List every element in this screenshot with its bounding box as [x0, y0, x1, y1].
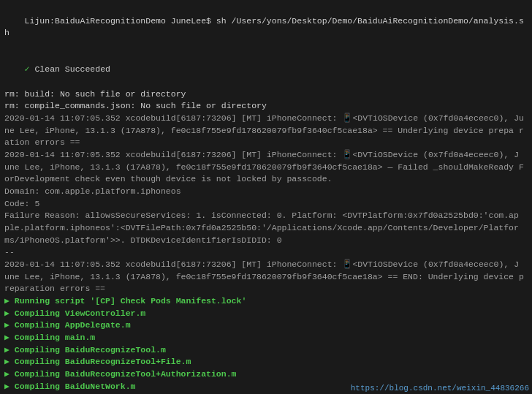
link-text: https://blog.csdn.net/weixin_44836266	[351, 384, 529, 393]
prompt-text: Lijun:BaiduAiRecognitionDemo JuneLee$ sh…	[4, 16, 524, 38]
separator-line: --	[4, 246, 528, 259]
rm-build-line: rm: build: No such file or directory	[4, 88, 528, 101]
clean-line: ✓ Clean Succeeded	[4, 52, 528, 88]
compile-main-line: ▶ Compiling main.m	[4, 332, 528, 344]
compile-baidutool-auth-line: ▶ Compiling BaiduRecognizeTool+Authoriza…	[4, 368, 528, 381]
prompt-line: Lijun:BaiduAiRecognitionDemo JuneLee$ sh…	[4, 3, 528, 52]
log-line-3: 2020-01-14 11:07:05.352 xcodebuild[6187:…	[4, 259, 528, 295]
log-line-1: 2020-01-14 11:07:05.352 xcodebuild[6187:…	[4, 113, 528, 149]
rm-compile-line: rm: compile_commands.json: No such file …	[4, 100, 528, 113]
compile-baidutool-line: ▶ Compiling BaiduRecognizeTool.m	[4, 344, 528, 357]
log-line-2: 2020-01-14 11:07:05.352 xcodebuild[6187:…	[4, 149, 528, 186]
code-line: Code: 5	[4, 198, 528, 211]
running-script-line: ▶ Running script '[CP] Check Pods Manife…	[4, 295, 528, 308]
terminal-window: Lijun:BaiduAiRecognitionDemo JuneLee$ sh…	[0, 0, 532, 394]
compile-baidutool-file-line: ▶ Compiling BaiduRecognizeTool+File.m	[4, 356, 528, 368]
compile-appdelegate-line: ▶ Compiling AppDelegate.m	[4, 319, 528, 332]
blog-link: https://blog.csdn.net/weixin_44836266	[348, 382, 532, 394]
checkmark-icon: ✓	[25, 64, 35, 74]
failure-line: Failure Reason: allowsSecureServices: 1.…	[4, 210, 528, 246]
domain-line: Domain: com.apple.platform.iphoneos	[4, 186, 528, 198]
compile-viewcontroller-line: ▶ Compiling ViewController.m	[4, 308, 528, 320]
